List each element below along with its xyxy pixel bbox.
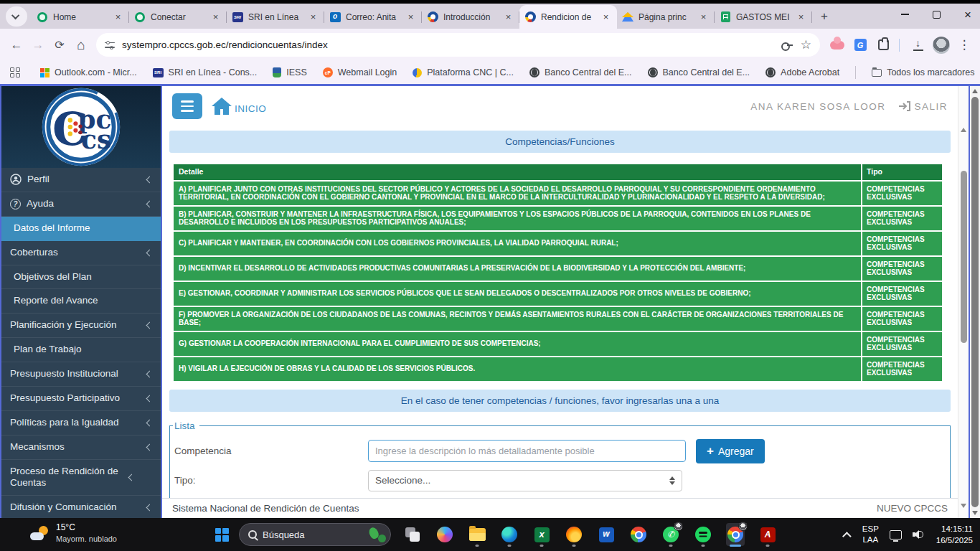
chevron-left-icon [146, 370, 154, 377]
downloads-icon[interactable] [908, 35, 928, 55]
chrome-button[interactable] [629, 523, 648, 546]
bookmark-adobe[interactable]: Adobe Acrobat [765, 67, 839, 77]
scroll-down-arrow[interactable] [970, 511, 980, 515]
bookmark-webmail[interactable]: Webmail Login [323, 67, 397, 77]
tab-label: Introducción [443, 12, 502, 22]
sidebar-item-perfil[interactable]: Perfil [1, 168, 161, 192]
extensions-puzzle-icon[interactable] [873, 35, 893, 55]
scroll-up-arrow[interactable] [958, 128, 969, 132]
excel-button[interactable] [532, 523, 551, 546]
sidebar-item-proceso-rendicion[interactable]: Proceso de Rendición de Cuentas [1, 460, 161, 496]
tab-correo[interactable]: Correo: Anita [324, 5, 422, 29]
tab-search-button[interactable] [6, 6, 27, 27]
reload-button[interactable] [49, 34, 70, 56]
new-tab-button[interactable] [815, 7, 834, 26]
scroll-up-arrow[interactable] [970, 89, 980, 93]
inicio-link[interactable]: INICIO [211, 97, 266, 116]
close-icon[interactable] [502, 11, 514, 23]
sidebar-item-datos-informe[interactable]: Datos del Informe [1, 217, 161, 241]
tab-gastos[interactable]: GASTOS MEI [715, 5, 812, 29]
sidebar-item-politicas-igualdad[interactable]: Políticas para la Igualdad [1, 411, 161, 435]
sidebar-item-planificacion-ejecucion[interactable]: Planificación y Ejecución [1, 314, 161, 338]
chrome-active-button[interactable] [726, 523, 745, 546]
bookmark-cnc[interactable]: Plataforma CNC | C... [413, 67, 514, 77]
sidebar-item-objetivos-plan[interactable]: Objetivos del Plan [1, 265, 161, 290]
scroll-down-arrow[interactable] [958, 504, 969, 508]
bookmark-iess[interactable]: IESS [273, 67, 307, 77]
close-icon[interactable] [405, 11, 417, 23]
page-scrollbar[interactable] [958, 86, 970, 518]
sidebar-item-mecanismos[interactable]: Mecanismos [1, 435, 161, 460]
tab-rendicion-active[interactable]: Rendicion de [519, 5, 617, 29]
firefox-button[interactable] [565, 523, 583, 546]
network-icon[interactable] [890, 530, 902, 540]
task-view-button[interactable] [403, 523, 422, 546]
sidebar-item-ayuda[interactable]: Ayuda [1, 192, 161, 217]
taskbar-weather[interactable]: 15°C Mayorm. nublado [30, 522, 117, 544]
sidebar-item-presupuesto-institucional[interactable]: Presupuesto Institucional [1, 362, 161, 387]
cell-detalle: H) VIGILAR LA EJECUCIÓN DE OBRAS Y LA CA… [174, 357, 861, 381]
home-button[interactable] [70, 34, 92, 56]
apps-grid-icon[interactable] [10, 67, 20, 77]
forward-button[interactable] [27, 34, 49, 56]
bookmark-sri[interactable]: SRI en Línea - Cons... [153, 67, 258, 77]
sidebar-item-coberturas[interactable]: Coberturas [1, 241, 161, 265]
word-button[interactable] [597, 523, 616, 546]
close-icon[interactable] [600, 11, 612, 23]
browser-menu-icon[interactable] [954, 35, 974, 55]
close-icon[interactable] [209, 11, 222, 23]
site-settings-icon[interactable] [105, 41, 115, 50]
bookmark-banco-central-2[interactable]: Banco Central del E... [648, 67, 750, 77]
translate-icon[interactable] [850, 35, 870, 55]
tab-introduccion[interactable]: Introducción [422, 5, 519, 29]
sidebar-item-presupuesto-participativo[interactable]: Presupuesto Participativo [1, 387, 161, 411]
tab-home[interactable]: Home [32, 5, 129, 29]
extension-cloud-icon[interactable] [827, 35, 847, 55]
tab-pagina-principal[interactable]: Página princ [617, 5, 715, 29]
close-icon[interactable] [795, 11, 807, 23]
file-explorer-button[interactable] [468, 523, 486, 546]
close-icon[interactable] [697, 11, 710, 23]
close-icon[interactable] [112, 11, 124, 23]
globe-icon [765, 67, 776, 77]
volume-icon[interactable] [913, 529, 925, 540]
competencia-input[interactable] [368, 440, 686, 462]
clock[interactable]: 14:15:11 16/5/2025 [936, 523, 973, 546]
close-window-button[interactable] [963, 9, 973, 19]
url-text[interactable]: systempro.cpccs.gob.ec/rendicioncuentas/… [122, 39, 773, 50]
whatsapp-button[interactable] [661, 523, 680, 546]
sidebar-item-reporte-avance[interactable]: Reporte del Avance [1, 289, 161, 314]
tipo-select[interactable]: Seleccione... [368, 470, 682, 491]
hamburger-menu-button[interactable] [172, 93, 202, 119]
copilot-button[interactable] [435, 523, 454, 546]
taskbar-search[interactable]: Búsqueda [239, 523, 391, 546]
start-button[interactable] [211, 524, 232, 545]
spotify-button[interactable] [694, 523, 712, 546]
tray-expand-icon[interactable] [842, 532, 852, 541]
address-bar[interactable]: systempro.cpccs.gob.ec/rendicioncuentas/… [96, 33, 820, 57]
agregar-button[interactable]: Agregar [696, 439, 765, 463]
sidebar-item-plan-trabajo[interactable]: Plan de Trabajo [1, 338, 161, 362]
minimize-button[interactable] [900, 9, 910, 19]
bookmark-banco-central-1[interactable]: Banco Central del E... [529, 67, 632, 77]
close-icon[interactable] [307, 11, 319, 23]
scrollbar-thumb[interactable] [961, 171, 967, 343]
acrobat-button[interactable] [758, 523, 777, 546]
maximize-button[interactable] [931, 9, 941, 19]
bookmark-star-icon[interactable] [801, 37, 811, 52]
tab-conectar[interactable]: Conectar [129, 5, 227, 29]
language-indicator[interactable]: ESP LAA [862, 524, 879, 545]
lista-fieldset: Lista Competencia Agregar Tipo: Seleccio… [169, 420, 951, 499]
edge-button[interactable] [500, 523, 519, 546]
password-key-icon[interactable] [781, 39, 793, 52]
browser-scrollbar[interactable] [970, 86, 980, 518]
sidebar-item-difusion[interactable]: Difusión y Comunicación [1, 496, 161, 518]
profile-avatar[interactable] [931, 35, 951, 55]
scrollbar-thumb[interactable] [971, 97, 979, 507]
bookmark-outlook[interactable]: Outlook.com - Micr... [40, 67, 137, 77]
tab-label: SRI en Línea [248, 12, 307, 22]
logout-button[interactable]: SALIR [898, 101, 948, 112]
back-button[interactable] [6, 34, 27, 56]
all-bookmarks-button[interactable]: Todos los marcadores [872, 67, 974, 77]
tab-sri[interactable]: SRI en Línea [227, 5, 324, 29]
